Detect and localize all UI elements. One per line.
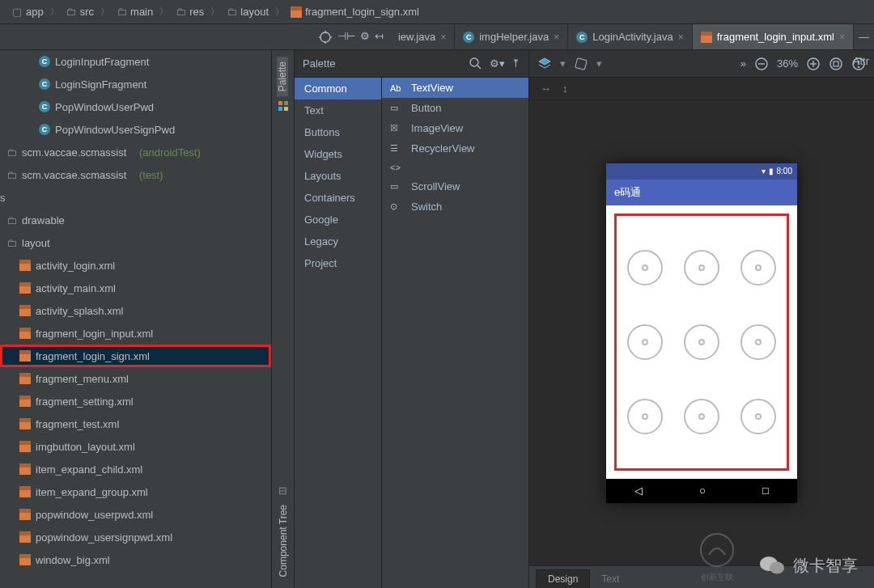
tree-file[interactable]: CLoginInputFragment (0, 50, 271, 73)
chevron-right-icon: 〉 (99, 6, 111, 18)
pattern-dot[interactable] (738, 313, 779, 371)
palette-item[interactable]: ⊙Switch (382, 197, 528, 217)
close-icon[interactable]: × (440, 32, 446, 43)
tree-layout-file[interactable]: popwindow_userpwd.xml (0, 503, 271, 526)
tree-file[interactable]: CPopWindowUserSignPwd (0, 118, 271, 141)
pan-v-icon[interactable]: ↕ (562, 82, 568, 95)
tree-file[interactable]: CLoginSignFragment (0, 73, 271, 95)
tree-layout-file[interactable]: popwindow_usersignpwd.xml (0, 526, 271, 548)
palette-header: Palette ⚙▾ ⤒ (295, 50, 528, 78)
pattern-dot[interactable] (738, 387, 779, 446)
breadcrumb-file[interactable]: fragment_login_sign.xml (286, 6, 424, 18)
chevron-right-icon: 〉 (49, 6, 61, 18)
tree-package[interactable]: 🗀scm.vaccae.scmassist (test) (0, 163, 271, 186)
pan-h-icon[interactable]: ↔ (541, 82, 551, 95)
zoom-fit-icon[interactable] (829, 57, 843, 71)
design-tab[interactable]: Design (536, 569, 590, 588)
tree-package[interactable]: 🗀scm.vaccae.scmassist (androidTest) (0, 141, 271, 163)
pattern-dot[interactable] (738, 239, 779, 297)
palette-tab[interactable]: Palette (277, 57, 288, 96)
tree-layout-file[interactable]: fragment_login_input.xml (0, 322, 271, 345)
tab-loginactivity[interactable]: CLoginActivity.java× (568, 24, 693, 49)
recent-icon[interactable]: □ (762, 484, 769, 497)
folder-icon: 🗀 (6, 237, 17, 249)
breadcrumb-res[interactable]: 🗀res (170, 6, 209, 18)
palette-item[interactable]: <> (382, 159, 528, 176)
tab-imghelper[interactable]: CimgHelper.java× (455, 24, 568, 49)
tree-layout-file[interactable]: activity_main.xml (0, 277, 271, 299)
palette-category[interactable]: Legacy (295, 231, 381, 252)
palette-category[interactable]: Containers (295, 187, 381, 209)
palette-item[interactable]: ▭ScrollView (382, 176, 528, 197)
xml-file-icon (19, 373, 31, 384)
pattern-dot[interactable] (681, 239, 722, 297)
breadcrumb-src[interactable]: 🗀src (61, 6, 99, 18)
preview-toolbar: ▾ ▾ » 36% (529, 50, 874, 78)
pattern-lock-view[interactable] (614, 214, 789, 471)
tab-fragment-login-input[interactable]: fragment_login_input.xml× (693, 24, 854, 49)
layers-icon[interactable] (537, 57, 552, 71)
tab-iew-java[interactable]: iew.java× (390, 24, 455, 49)
split-icon[interactable]: ⊣⊢ (337, 30, 355, 44)
close-icon[interactable]: × (839, 32, 845, 43)
tree-layout-file[interactable]: activity_login.xml (0, 254, 271, 277)
svg-point-25 (770, 562, 784, 574)
gear-icon[interactable]: ⚙▾ (490, 57, 505, 70)
attributes-label[interactable]: Attr (848, 50, 874, 72)
gear-icon[interactable]: ⚙ (360, 30, 370, 44)
palette-item[interactable]: ☒ImageView (382, 118, 528, 138)
close-icon[interactable]: × (554, 32, 559, 43)
palette-category[interactable]: Project (295, 252, 381, 274)
breadcrumb-app[interactable]: ▢ app (6, 6, 49, 18)
breadcrumb-layout[interactable]: 🗀layout (221, 6, 274, 18)
tree-layout-file[interactable]: imgbutton_layout.xml (0, 435, 271, 458)
breadcrumb-main[interactable]: 🗀main (111, 6, 158, 18)
chevron-right-icon: 〉 (158, 6, 170, 18)
preview-canvas[interactable]: ▾ ▮ 8:00 e码通 ◁ ○ □ (529, 100, 874, 565)
text-tab[interactable]: Text (590, 570, 630, 588)
back-icon[interactable]: ↤ (375, 30, 384, 44)
tree-layout-file[interactable]: window_big.xml (0, 548, 271, 571)
close-icon[interactable]: × (678, 32, 684, 43)
zoom-in-icon[interactable] (806, 57, 821, 71)
crosshair-icon[interactable] (318, 30, 333, 44)
tree-layout-file[interactable]: fragment_setting.xml (0, 390, 271, 412)
component-tree-tab[interactable]: Component Tree (278, 500, 289, 582)
tree-layout-file[interactable]: fragment_login_sign.xml (0, 345, 271, 367)
tree-layout-file[interactable]: fragment_test.xml (0, 412, 271, 435)
tree-layout-file[interactable]: activity_splash.xml (0, 299, 271, 322)
rotate-icon[interactable] (574, 57, 588, 71)
pattern-dot[interactable] (625, 239, 665, 297)
palette-item[interactable]: ☰RecyclerView (382, 138, 528, 159)
home-icon[interactable]: ○ (699, 484, 706, 497)
palette-category[interactable]: Google (295, 209, 381, 231)
chevrons-icon[interactable]: » (740, 57, 746, 70)
pattern-dot[interactable] (681, 313, 722, 371)
zoom-out-icon[interactable] (754, 57, 769, 71)
back-icon[interactable]: ◁ (634, 484, 643, 497)
tree-folder[interactable]: 🗀drawable (0, 209, 271, 231)
tree-root[interactable]: s (0, 186, 271, 209)
tree-layout-file[interactable]: item_expand_group.xml (0, 480, 271, 503)
pattern-dot[interactable] (625, 387, 665, 446)
hide-panel-icon[interactable]: — (854, 31, 874, 43)
palette-category[interactable]: Text (295, 99, 381, 121)
palette-category[interactable]: Buttons (295, 121, 381, 143)
chevron-right-icon: 〉 (209, 6, 221, 18)
palette-category[interactable]: Layouts (295, 165, 381, 187)
pattern-dot[interactable] (681, 387, 722, 446)
tree-file[interactable]: CPopWindowUserPwd (0, 95, 271, 118)
tree-layout-file[interactable]: fragment_menu.xml (0, 367, 271, 390)
dock-icon[interactable]: ⤒ (511, 57, 520, 70)
pattern-dot[interactable] (625, 313, 665, 371)
palette-category[interactable]: Common (295, 78, 381, 99)
search-icon[interactable] (469, 57, 483, 71)
palette-item[interactable]: ▭Button (382, 98, 528, 118)
tree-folder[interactable]: 🗀layout (0, 231, 271, 254)
project-tree[interactable]: CLoginInputFragment CLoginSignFragment C… (0, 50, 272, 588)
palette-item[interactable]: AbTextView (382, 78, 528, 98)
tree-layout-file[interactable]: item_expand_child.xml (0, 458, 271, 480)
palette-category[interactable]: Widgets (295, 143, 381, 165)
svg-point-0 (320, 32, 330, 42)
folder-icon: 🗀 (175, 6, 186, 18)
